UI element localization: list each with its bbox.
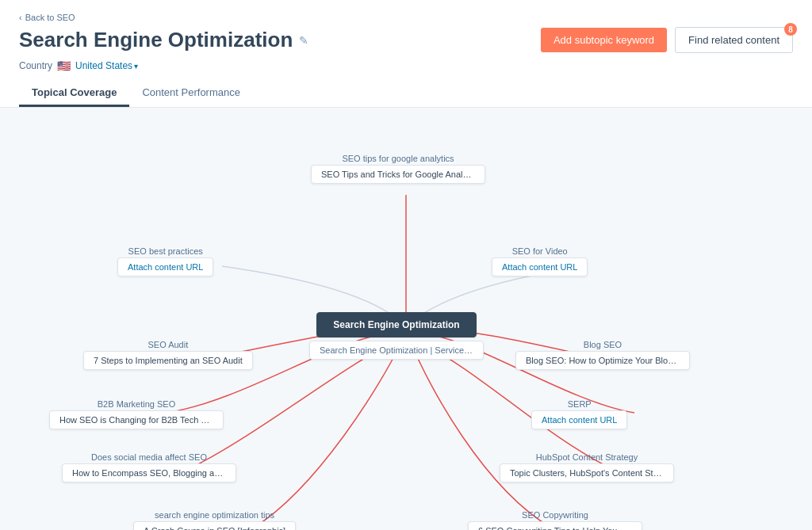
back-arrow-icon: ‹ xyxy=(19,13,22,22)
country-selector[interactable]: United States ▾ xyxy=(75,60,138,71)
flag-icon: 🇺🇸 xyxy=(57,59,71,72)
tabs: Topical Coverage Content Performance xyxy=(19,80,793,107)
header-actions: Add subtopic keyword Find related conten… xyxy=(541,27,793,53)
node-left-label: B2B Marketing SEO xyxy=(98,399,175,409)
node-top-content: SEO Tips and Tricks for Google Analytic.… xyxy=(311,165,485,184)
node-bottom-left-content: A Crash Course in SEO [Infographic] xyxy=(133,521,296,530)
back-to-seo-link[interactable]: ‹ Back to SEO xyxy=(19,13,793,22)
node-left[interactable]: B2B Marketing SEO How SEO is Changing fo… xyxy=(49,399,224,429)
node-mid-right-lower-content: Topic Clusters, HubSpot's Content Strat.… xyxy=(500,463,674,482)
node-mid-right-lower[interactable]: HubSpot Content Strategy Topic Clusters,… xyxy=(500,452,674,482)
add-subtopic-button[interactable]: Add subtopic keyword xyxy=(541,28,667,52)
node-top-left-content[interactable]: Attach content URL xyxy=(117,257,213,276)
node-mid-left-upper-label: SEO Audit xyxy=(147,340,188,349)
node-mid-left-lower-label: Does social media affect SEO xyxy=(91,452,207,462)
node-left-content: How SEO is Changing for B2B Tech Mar... xyxy=(49,410,224,429)
country-label: Country xyxy=(19,60,52,71)
mindmap-container: Search Engine Optimization Search Engine… xyxy=(0,108,812,530)
title-row: Search Engine Optimization ✎ Add subtopi… xyxy=(19,27,793,53)
node-right[interactable]: SERP Attach content URL xyxy=(531,399,627,429)
node-bottom-left[interactable]: search engine optimization tips A Crash … xyxy=(133,510,296,530)
node-mid-left-upper[interactable]: SEO Audit 7 Steps to Implementing an SEO… xyxy=(83,340,253,370)
tab-topical-coverage[interactable]: Topical Coverage xyxy=(19,80,129,107)
node-center[interactable]: Search Engine Optimization Search Engine… xyxy=(309,312,484,360)
edit-icon[interactable]: ✎ xyxy=(299,34,308,47)
chevron-down-icon: ▾ xyxy=(134,62,138,71)
header: ‹ Back to SEO Search Engine Optimization… xyxy=(0,0,812,108)
node-mid-left-lower[interactable]: Does social media affect SEO How to Enco… xyxy=(62,452,236,482)
node-mid-right-upper-label: Blog SEO xyxy=(584,340,622,349)
title-left: Search Engine Optimization ✎ xyxy=(19,28,308,52)
tab-content-performance[interactable]: Content Performance xyxy=(129,80,253,107)
center-node-content: Search Engine Optimization | Service D..… xyxy=(309,341,484,360)
node-top-right-label: SEO for Video xyxy=(512,246,568,256)
node-top-label: SEO tips for google analytics xyxy=(342,154,454,163)
node-bottom-right[interactable]: SEO Copywriting 6 SEO Copywriting Tips t… xyxy=(468,510,642,530)
node-bottom-left-label: search engine optimization tips xyxy=(155,510,274,520)
node-top-right-content[interactable]: Attach content URL xyxy=(492,257,588,276)
node-mid-right-upper-content: Blog SEO: How to Optimize Your Blog F... xyxy=(515,351,690,370)
country-name: United States xyxy=(75,60,132,71)
center-node-label: Search Engine Optimization xyxy=(316,312,476,337)
notification-badge: 8 xyxy=(784,23,797,36)
back-label: Back to SEO xyxy=(25,13,75,22)
node-top-left-label: SEO best practices xyxy=(128,246,203,256)
node-top-left[interactable]: SEO best practices Attach content URL xyxy=(117,246,213,276)
node-right-content[interactable]: Attach content URL xyxy=(531,410,627,429)
page-title: Search Engine Optimization xyxy=(19,28,293,52)
country-row: Country 🇺🇸 United States ▾ xyxy=(19,59,793,72)
node-mid-right-upper[interactable]: Blog SEO Blog SEO: How to Optimize Your … xyxy=(515,340,690,370)
node-top[interactable]: SEO tips for google analytics SEO Tips a… xyxy=(311,154,485,184)
node-mid-right-lower-label: HubSpot Content Strategy xyxy=(536,452,638,462)
node-top-right[interactable]: SEO for Video Attach content URL xyxy=(492,246,588,276)
app-wrapper: ‹ Back to SEO Search Engine Optimization… xyxy=(0,0,812,530)
node-bottom-right-content: 6 SEO Copywriting Tips to Help You Ra... xyxy=(468,521,642,530)
find-related-content-button[interactable]: Find related content 8 xyxy=(675,27,793,53)
node-bottom-right-label: SEO Copywriting xyxy=(522,510,588,520)
node-mid-left-lower-content: How to Encompass SEO, Blogging and ... xyxy=(62,463,236,482)
node-right-label: SERP xyxy=(568,399,592,409)
node-mid-left-upper-content: 7 Steps to Implementing an SEO Audit xyxy=(83,351,253,370)
